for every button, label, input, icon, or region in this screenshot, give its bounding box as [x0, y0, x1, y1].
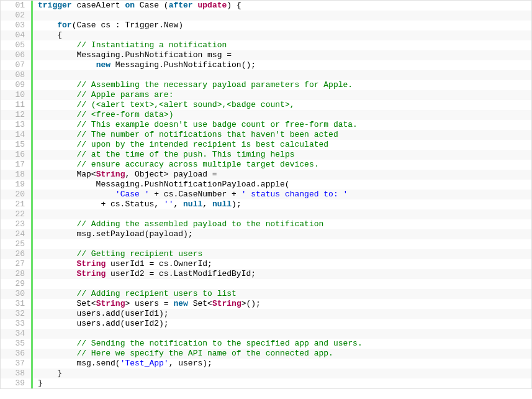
code-token — [38, 249, 76, 259]
code-token: // <free-form data>) — [76, 110, 173, 119]
code-token: msg.send( — [38, 359, 120, 368]
line-number: 33 — [1, 319, 33, 329]
line-number: 01 — [1, 1, 33, 11]
code-token: // Getting recipient users — [76, 249, 202, 259]
code-token — [38, 289, 76, 298]
code-content: // Adding the assembled payload to the n… — [33, 219, 323, 229]
code-content: // Instantiating a notification — [33, 40, 227, 50]
code-content: Messaging.PushNotification msg = — [33, 50, 232, 60]
code-token: // at the time of the push. This timing … — [76, 150, 294, 159]
code-token: String — [96, 299, 125, 308]
code-line: 05 // Instantiating a notification — [1, 40, 531, 50]
code-token: // Adding the assembled payload to the n… — [76, 219, 323, 229]
code-token: caseAlert — [72, 1, 125, 10]
code-token: null — [183, 200, 202, 209]
code-token: // The number of notifications that have… — [76, 130, 338, 139]
code-token — [38, 90, 76, 99]
code-token — [38, 110, 76, 119]
code-line: 30 // Adding recipient users to list — [1, 289, 531, 299]
code-token: Set< — [188, 299, 212, 308]
code-line: 23 // Adding the assembled payload to th… — [1, 219, 531, 229]
code-token — [38, 120, 76, 129]
code-token — [38, 80, 76, 89]
code-content: // ensure accuracy across multiple targe… — [33, 160, 319, 170]
code-line: 11 // (<alert text>,<alert sound>,<badge… — [1, 100, 531, 110]
code-token: // Assembling the necessary payload para… — [76, 80, 353, 89]
code-line: 25 — [1, 239, 531, 249]
code-token: '' — [164, 200, 174, 209]
code-line: 08 — [1, 70, 531, 80]
line-number: 20 — [1, 190, 33, 200]
code-token: for — [57, 21, 71, 30]
line-number: 24 — [1, 229, 33, 239]
line-number: 26 — [1, 249, 33, 259]
code-content: users.add(userId1); — [33, 309, 169, 319]
line-number: 07 — [1, 60, 33, 70]
line-number: 25 — [1, 239, 33, 249]
code-token — [38, 150, 76, 159]
code-content: // Assembling the necessary payload para… — [33, 80, 353, 90]
code-line: 18 Map<String, Object> payload = — [1, 170, 531, 180]
code-token: Messaging.PushNotification msg = — [38, 50, 232, 60]
code-line: 14 // The number of notifications that h… — [1, 130, 531, 140]
code-token: String — [96, 170, 125, 179]
code-content: } — [33, 378, 43, 388]
line-number: 08 — [1, 70, 33, 80]
code-content: // Getting recipient users — [33, 249, 202, 259]
code-content: // The number of notifications that have… — [33, 130, 338, 140]
code-line: 32 users.add(userId1); — [1, 309, 531, 319]
code-line: 10 // Apple params are: — [1, 90, 531, 100]
code-token — [38, 239, 43, 249]
code-token: 'Test_App' — [120, 359, 169, 368]
code-line: 12 // <free-form data>) — [1, 110, 531, 120]
code-token: Messaging.PushNotificationPayload.apple( — [38, 180, 290, 189]
code-token: ) { — [227, 1, 241, 10]
code-content: // <free-form data>) — [33, 110, 173, 120]
code-line: 38 } — [1, 369, 531, 378]
code-line: 35 // Sending the notification to the sp… — [1, 339, 531, 349]
code-token: null — [212, 200, 232, 209]
code-token: // Sending the notification to the speci… — [76, 339, 362, 348]
code-content: msg.send('Test_App', users); — [33, 359, 212, 369]
code-line: 03 for(Case cs : Trigger.New) — [1, 21, 531, 30]
code-content: // Apple params are: — [33, 90, 173, 100]
code-token: Map< — [38, 170, 96, 179]
code-content: } — [33, 369, 62, 378]
code-content — [33, 70, 43, 80]
code-token: String — [212, 299, 241, 308]
line-number: 35 — [1, 339, 33, 349]
code-token: Messaging.PushNotification(); — [110, 60, 256, 70]
line-number: 28 — [1, 269, 33, 279]
code-content: Messaging.PushNotificationPayload.apple( — [33, 180, 290, 190]
code-token — [38, 329, 43, 338]
code-token — [38, 209, 43, 219]
code-content: // at the time of the push. This timing … — [33, 150, 294, 160]
code-token — [38, 40, 76, 50]
code-token — [38, 259, 76, 268]
code-token: // Instantiating a notification — [76, 40, 227, 50]
code-token — [38, 339, 76, 348]
line-number: 09 — [1, 80, 33, 90]
line-number: 16 — [1, 150, 33, 160]
code-token: // Apple params are: — [76, 90, 173, 99]
line-number: 34 — [1, 329, 33, 339]
code-token: , — [173, 200, 183, 209]
line-number: 12 — [1, 110, 33, 120]
code-line: 27 String userId1 = cs.OwnerId; — [1, 259, 531, 269]
code-token: 'Case ' — [115, 190, 150, 199]
code-token: + cs.CaseNumber + — [149, 190, 241, 199]
line-number: 21 — [1, 200, 33, 209]
code-content — [33, 11, 43, 21]
line-number: 37 — [1, 359, 33, 369]
line-number: 06 — [1, 50, 33, 60]
code-content: String userId2 = cs.LastModifiedById; — [33, 269, 256, 279]
code-line: 06 Messaging.PushNotification msg = — [1, 50, 531, 60]
code-token — [38, 269, 76, 278]
code-token — [38, 279, 43, 288]
code-line: 16 // at the time of the push. This timi… — [1, 150, 531, 160]
code-token: users.add(userId1); — [38, 309, 169, 318]
code-line: 20 'Case ' + cs.CaseNumber + ' status ch… — [1, 190, 531, 200]
code-token — [38, 219, 76, 229]
code-token: , — [202, 200, 212, 209]
code-token: > users = — [125, 299, 173, 308]
